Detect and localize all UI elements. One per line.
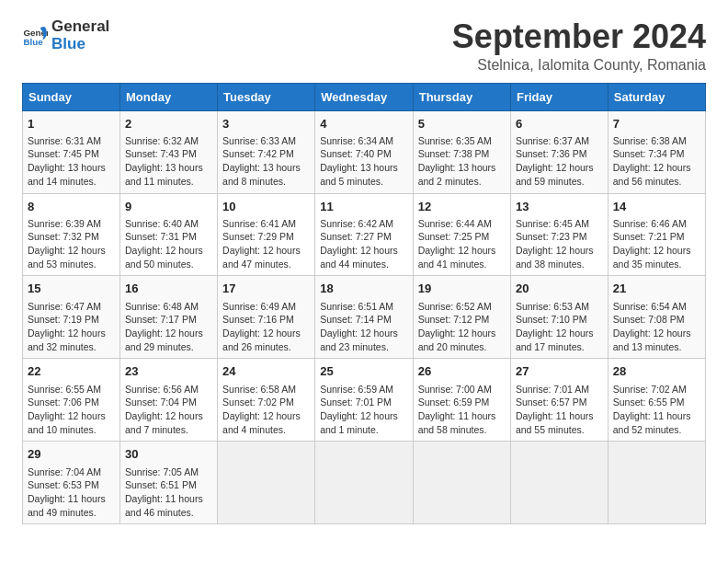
sunset-text: Sunset: 6:53 PM (28, 479, 99, 490)
sunrise-text: Sunrise: 6:46 AM (613, 218, 687, 229)
sunrise-text: Sunrise: 6:56 AM (125, 384, 199, 395)
column-header-thursday: Thursday (413, 83, 510, 110)
sunrise-text: Sunrise: 6:53 AM (516, 301, 589, 312)
day-number: 3 (222, 116, 310, 132)
daylight-text: Daylight: 12 hours and 59 minutes. (516, 162, 594, 187)
sunset-text: Sunset: 7:19 PM (28, 314, 99, 325)
sunrise-text: Sunrise: 7:04 AM (28, 466, 101, 477)
daylight-text: Daylight: 12 hours and 4 minutes. (222, 410, 301, 435)
column-header-wednesday: Wednesday (315, 83, 414, 110)
daylight-text: Daylight: 12 hours and 17 minutes. (516, 327, 594, 352)
day-number: 8 (28, 199, 115, 215)
day-number: 13 (516, 199, 603, 215)
calendar-cell: 29Sunrise: 7:04 AMSunset: 6:53 PMDayligh… (23, 442, 120, 524)
sunset-text: Sunset: 7:02 PM (222, 396, 294, 408)
day-number: 15 (28, 281, 115, 297)
calendar-cell: 4Sunrise: 6:34 AMSunset: 7:40 PMDaylight… (315, 110, 414, 193)
calendar-cell (510, 442, 608, 524)
sunset-text: Sunset: 7:17 PM (125, 314, 197, 325)
calendar-week-row: 22Sunrise: 6:55 AMSunset: 7:06 PMDayligh… (23, 359, 706, 442)
sunset-text: Sunset: 7:10 PM (516, 314, 587, 325)
daylight-text: Daylight: 12 hours and 32 minutes. (28, 327, 106, 352)
sunset-text: Sunset: 7:38 PM (418, 148, 490, 159)
daylight-text: Daylight: 12 hours and 26 minutes. (222, 327, 301, 352)
logo: General Blue General Blue (22, 18, 109, 52)
logo-general-text: General (51, 18, 109, 36)
calendar-cell: 2Sunrise: 6:32 AMSunset: 7:43 PMDaylight… (120, 110, 218, 193)
calendar-week-row: 29Sunrise: 7:04 AMSunset: 6:53 PMDayligh… (23, 442, 706, 524)
daylight-text: Daylight: 11 hours and 49 minutes. (28, 493, 106, 518)
column-header-saturday: Saturday (608, 83, 705, 110)
sunset-text: Sunset: 7:27 PM (320, 231, 392, 242)
sunrise-text: Sunrise: 6:35 AM (418, 135, 492, 146)
sunrise-text: Sunrise: 6:40 AM (125, 218, 199, 229)
sunrise-text: Sunrise: 6:55 AM (28, 384, 101, 395)
daylight-text: Daylight: 12 hours and 20 minutes. (418, 327, 496, 352)
calendar-cell: 30Sunrise: 7:05 AMSunset: 6:51 PMDayligh… (120, 442, 218, 524)
daylight-text: Daylight: 12 hours and 41 minutes. (418, 245, 496, 270)
sunrise-text: Sunrise: 6:45 AM (516, 218, 589, 229)
calendar-cell: 9Sunrise: 6:40 AMSunset: 7:31 PMDaylight… (120, 193, 218, 276)
daylight-text: Daylight: 12 hours and 44 minutes. (320, 245, 398, 270)
sunset-text: Sunset: 7:08 PM (613, 314, 685, 325)
day-number: 4 (320, 116, 408, 132)
daylight-text: Daylight: 13 hours and 5 minutes. (320, 162, 398, 187)
sunset-text: Sunset: 7:04 PM (125, 396, 197, 408)
day-number: 17 (222, 281, 310, 297)
daylight-text: Daylight: 11 hours and 52 minutes. (613, 410, 691, 435)
daylight-text: Daylight: 12 hours and 23 minutes. (320, 327, 398, 352)
sunrise-text: Sunrise: 6:32 AM (125, 135, 199, 146)
sunset-text: Sunset: 7:40 PM (320, 148, 392, 159)
calendar-cell: 28Sunrise: 7:02 AMSunset: 6:55 PMDayligh… (608, 359, 705, 442)
sunrise-text: Sunrise: 6:39 AM (28, 218, 101, 229)
calendar-cell: 19Sunrise: 6:52 AMSunset: 7:12 PMDayligh… (413, 276, 510, 359)
page-header: General Blue General Blue September 2024… (22, 18, 706, 74)
sunset-text: Sunset: 7:06 PM (28, 396, 99, 408)
sunset-text: Sunset: 7:12 PM (418, 314, 490, 325)
sunset-text: Sunset: 6:51 PM (125, 479, 197, 490)
daylight-text: Daylight: 12 hours and 7 minutes. (125, 410, 203, 435)
day-number: 21 (613, 281, 700, 297)
calendar-header-row: SundayMondayTuesdayWednesdayThursdayFrid… (23, 83, 706, 110)
sunset-text: Sunset: 7:45 PM (28, 148, 99, 159)
calendar-cell: 7Sunrise: 6:38 AMSunset: 7:34 PMDaylight… (608, 110, 705, 193)
sunset-text: Sunset: 7:29 PM (222, 231, 294, 242)
daylight-text: Daylight: 12 hours and 50 minutes. (125, 245, 203, 270)
calendar-cell: 26Sunrise: 7:00 AMSunset: 6:59 PMDayligh… (413, 359, 510, 442)
day-number: 29 (28, 446, 115, 463)
daylight-text: Daylight: 13 hours and 2 minutes. (418, 162, 496, 187)
sunrise-text: Sunrise: 6:41 AM (222, 218, 296, 229)
day-number: 6 (516, 116, 603, 132)
sunrise-text: Sunrise: 6:58 AM (222, 384, 296, 395)
sunset-text: Sunset: 6:59 PM (418, 396, 490, 408)
calendar-week-row: 15Sunrise: 6:47 AMSunset: 7:19 PMDayligh… (23, 276, 706, 359)
day-number: 20 (516, 281, 603, 297)
day-number: 22 (28, 363, 115, 380)
daylight-text: Daylight: 12 hours and 47 minutes. (222, 245, 301, 270)
day-number: 23 (125, 363, 212, 380)
sunrise-text: Sunrise: 6:47 AM (28, 301, 101, 312)
calendar-cell: 11Sunrise: 6:42 AMSunset: 7:27 PMDayligh… (315, 193, 414, 276)
calendar-cell: 6Sunrise: 6:37 AMSunset: 7:36 PMDaylight… (510, 110, 608, 193)
sunrise-text: Sunrise: 6:38 AM (613, 135, 687, 146)
calendar-cell (608, 442, 705, 524)
sunset-text: Sunset: 7:34 PM (613, 148, 685, 159)
day-number: 27 (516, 363, 603, 380)
sunrise-text: Sunrise: 6:49 AM (222, 301, 296, 312)
calendar-cell: 27Sunrise: 7:01 AMSunset: 6:57 PMDayligh… (510, 359, 608, 442)
title-area: September 2024 Stelnica, Ialomita County… (452, 18, 706, 74)
column-header-monday: Monday (120, 83, 218, 110)
sunset-text: Sunset: 7:01 PM (320, 396, 392, 408)
sunrise-text: Sunrise: 6:52 AM (418, 301, 492, 312)
sunset-text: Sunset: 6:55 PM (613, 396, 685, 408)
day-number: 1 (28, 116, 115, 132)
daylight-text: Daylight: 13 hours and 8 minutes. (222, 162, 301, 187)
calendar-cell: 18Sunrise: 6:51 AMSunset: 7:14 PMDayligh… (315, 276, 414, 359)
day-number: 5 (418, 116, 506, 132)
sunset-text: Sunset: 7:25 PM (418, 231, 490, 242)
daylight-text: Daylight: 12 hours and 56 minutes. (613, 162, 691, 187)
daylight-text: Daylight: 13 hours and 14 minutes. (28, 162, 106, 187)
day-number: 9 (125, 199, 212, 215)
sunrise-text: Sunrise: 7:02 AM (613, 384, 687, 395)
calendar-cell: 3Sunrise: 6:33 AMSunset: 7:42 PMDaylight… (218, 110, 315, 193)
